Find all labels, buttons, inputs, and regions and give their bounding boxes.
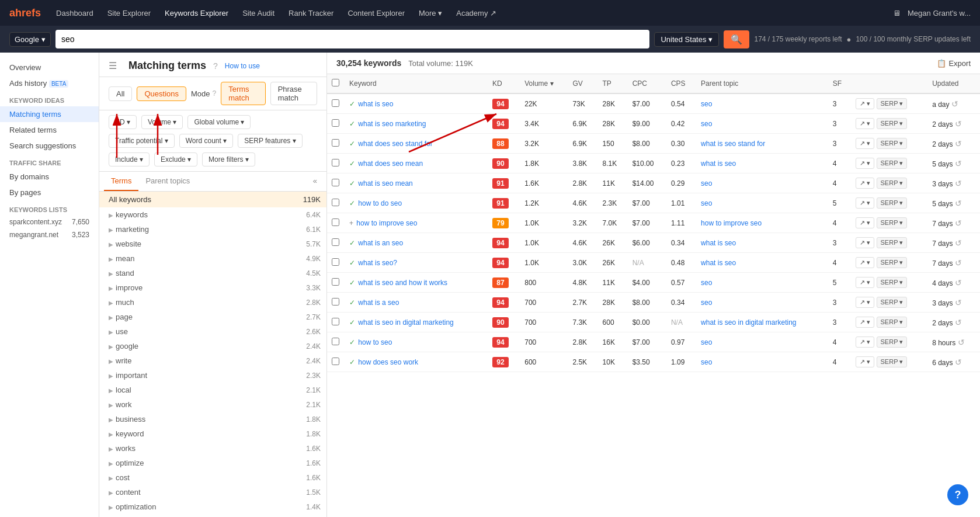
refresh-icon[interactable]: ↺	[955, 278, 962, 287]
trend-button[interactable]: ↗ ▾	[856, 217, 874, 228]
keyword-link[interactable]: what does seo mean	[358, 159, 423, 168]
export-button[interactable]: 📋 Export	[937, 59, 971, 68]
parent-topic-link[interactable]: what is seo stand for	[701, 140, 765, 148]
row-checkbox[interactable]	[332, 139, 339, 147]
keyword-link[interactable]: what is a seo	[358, 299, 399, 307]
keyword-link[interactable]: what is seo	[358, 100, 393, 108]
serp-button[interactable]: SERP ▾	[877, 178, 908, 189]
refresh-icon[interactable]: ↺	[955, 258, 962, 268]
row-checkbox[interactable]	[332, 358, 339, 365]
nav-keywords-explorer[interactable]: Keywords Explorer	[159, 6, 234, 20]
trend-button[interactable]: ↗ ▾	[856, 158, 874, 169]
filter-kd[interactable]: KD ▾	[109, 115, 137, 129]
sidebar-item-ads-history[interactable]: Ads history BETA	[0, 75, 99, 91]
serp-button[interactable]: SERP ▾	[877, 217, 908, 228]
row-checkbox[interactable]	[332, 298, 339, 306]
row-checkbox[interactable]	[332, 278, 339, 286]
parent-topic-link[interactable]: seo	[701, 299, 712, 307]
kw-group-item[interactable]: ▶local2.1K	[99, 383, 326, 397]
search-button[interactable]: 🔍	[724, 30, 749, 48]
trend-button[interactable]: ↗ ▾	[856, 138, 874, 149]
nav-dashboard[interactable]: Dashboard	[50, 6, 99, 20]
sidebar-item-matching-terms[interactable]: Matching terms	[0, 106, 99, 122]
kw-group-item[interactable]: ▶work2.1K	[99, 397, 326, 412]
keyword-link[interactable]: how does seo work	[358, 358, 418, 366]
filter-serp-features[interactable]: SERP features ▾	[238, 134, 303, 148]
serp-button[interactable]: SERP ▾	[877, 138, 908, 149]
kw-group-item[interactable]: ▶use2.6K	[99, 324, 326, 339]
serp-button[interactable]: SERP ▾	[877, 257, 908, 268]
trend-button[interactable]: ↗ ▾	[856, 356, 874, 367]
row-checkbox[interactable]	[332, 218, 339, 226]
keyword-link[interactable]: how to do seo	[358, 199, 402, 207]
refresh-icon[interactable]: ↺	[955, 159, 962, 168]
row-checkbox[interactable]	[332, 99, 339, 107]
tab-questions[interactable]: Questions	[137, 86, 186, 101]
refresh-icon[interactable]: ↺	[955, 318, 962, 327]
country-select[interactable]: United States ▾	[654, 32, 719, 47]
trend-button[interactable]: ↗ ▾	[856, 257, 874, 268]
col-volume[interactable]: Volume ▾	[520, 74, 568, 93]
kw-group-item[interactable]: ▶marketing6.1K	[99, 222, 326, 237]
kw-group-item[interactable]: ▶works1.6K	[99, 441, 326, 456]
parent-topic-link[interactable]: seo	[701, 100, 712, 108]
row-checkbox[interactable]	[332, 318, 339, 325]
tab-phrase-match[interactable]: Phrase match	[270, 82, 317, 105]
parent-topic-link[interactable]: seo	[701, 120, 712, 128]
filter-volume[interactable]: Volume ▾	[141, 115, 183, 129]
serp-button[interactable]: SERP ▾	[877, 197, 908, 209]
hamburger-icon[interactable]: ☰	[109, 60, 117, 71]
keyword-link[interactable]: what is seo?	[358, 259, 397, 267]
sidebar-item-by-domains[interactable]: By domains	[0, 169, 99, 185]
trend-button[interactable]: ↗ ▾	[856, 98, 874, 109]
serp-button[interactable]: SERP ▾	[877, 158, 908, 169]
row-checkbox[interactable]	[332, 238, 339, 246]
kw-group-item[interactable]: ▶stand4.5K	[99, 266, 326, 280]
kw-tab-parent-topics[interactable]: Parent topics	[138, 172, 197, 191]
serp-button[interactable]: SERP ▾	[877, 118, 908, 129]
kw-group-item[interactable]: ▶page2.7K	[99, 310, 326, 324]
parent-topic-link[interactable]: seo	[701, 279, 712, 287]
nav-site-audit[interactable]: Site Audit	[237, 6, 280, 20]
nav-content-explorer[interactable]: Content Explorer	[342, 6, 411, 20]
parent-topic-link[interactable]: seo	[701, 338, 712, 346]
kw-group-item[interactable]: ▶write2.4K	[99, 353, 326, 368]
kw-group-item[interactable]: ▶business1.8K	[99, 412, 326, 426]
user-name[interactable]: Megan Grant's w...	[908, 9, 971, 18]
refresh-icon[interactable]: ↺	[951, 99, 958, 109]
parent-topic-link[interactable]: what is seo	[701, 159, 736, 168]
kw-group-item[interactable]: ▶improve3.3K	[99, 280, 326, 295]
kw-group-item[interactable]: ▶optimization1.4K	[99, 499, 326, 514]
trend-button[interactable]: ↗ ▾	[856, 237, 874, 248]
row-checkbox[interactable]	[332, 179, 339, 186]
kw-group-item[interactable]: ▶much2.8K	[99, 295, 326, 310]
filter-exclude[interactable]: Exclude ▾	[154, 152, 197, 166]
tab-terms-match[interactable]: Terms match	[221, 82, 265, 105]
nav-more[interactable]: More ▾	[413, 6, 448, 20]
help-circle-icon[interactable]: ?	[213, 61, 218, 71]
nav-rank-tracker[interactable]: Rank Tracker	[283, 6, 339, 20]
trend-button[interactable]: ↗ ▾	[856, 317, 874, 328]
kw-group-item[interactable]: ▶google2.4K	[99, 339, 326, 353]
filter-global-volume[interactable]: Global volume ▾	[187, 115, 251, 129]
sidebar-list-megangrant[interactable]: megangrant.net 3,523	[0, 228, 99, 241]
refresh-icon[interactable]: ↺	[958, 338, 965, 347]
keyword-link[interactable]: how to improve seo	[356, 219, 417, 227]
keyword-link[interactable]: what is seo and how it works	[358, 279, 447, 287]
serp-button[interactable]: SERP ▾	[877, 297, 908, 308]
keyword-link[interactable]: what is an seo	[358, 239, 403, 247]
refresh-icon[interactable]: ↺	[955, 358, 962, 367]
filter-word-count[interactable]: Word count ▾	[179, 134, 233, 148]
row-checkbox[interactable]	[332, 119, 339, 127]
trend-button[interactable]: ↗ ▾	[856, 277, 874, 288]
sidebar-item-related-terms[interactable]: Related terms	[0, 122, 99, 138]
sidebar-item-by-pages[interactable]: By pages	[0, 185, 99, 200]
kw-group-item[interactable]: ▶important2.3K	[99, 368, 326, 383]
refresh-icon[interactable]: ↺	[955, 139, 962, 148]
keyword-link[interactable]: what does seo stand for	[358, 140, 432, 148]
nav-site-explorer[interactable]: Site Explorer	[102, 6, 157, 20]
parent-topic-link[interactable]: what is seo	[701, 239, 736, 247]
select-all-checkbox[interactable]	[332, 79, 339, 86]
filter-include[interactable]: Include ▾	[109, 152, 150, 166]
sidebar-list-sparkcontent[interactable]: sparkcontent.xyz 7,650	[0, 216, 99, 228]
